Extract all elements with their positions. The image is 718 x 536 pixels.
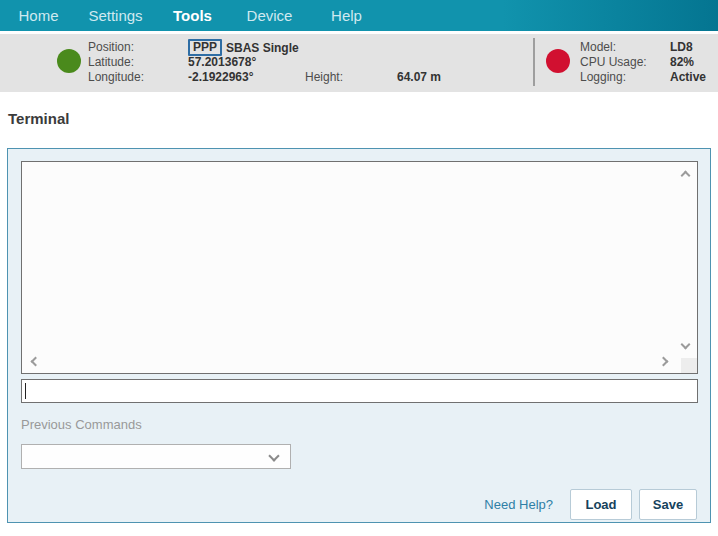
cpu-usage-label: CPU Usage: — [580, 55, 647, 70]
scrollbar-corner — [681, 358, 697, 373]
latitude-value: 57.2013678° — [188, 55, 299, 70]
previous-commands-select[interactable] — [21, 444, 291, 469]
scroll-up-icon[interactable] — [681, 171, 691, 181]
logging-value: Active — [670, 70, 706, 85]
previous-commands-label: Previous Commands — [21, 417, 142, 432]
height-label: Height: — [305, 70, 343, 84]
position-label: Position: — [88, 40, 144, 55]
scroll-down-icon[interactable] — [681, 340, 691, 350]
nav-item-help[interactable]: Help — [308, 0, 385, 31]
text-cursor — [25, 383, 26, 399]
main-nav: Home Settings Tools Device Help — [0, 0, 718, 31]
longitude-label: Longitude: — [88, 70, 144, 85]
terminal-page: Home Settings Tools Device Help Position… — [0, 0, 718, 536]
position-value: PPPSBAS Single — [188, 40, 299, 55]
gps-status-values: PPPSBAS Single 57.2013678° -2.1922963° — [188, 40, 299, 85]
chevron-down-icon — [268, 450, 279, 461]
need-help-link[interactable]: Need Help? — [484, 497, 553, 512]
gps-status-indicator-icon — [57, 49, 81, 73]
cpu-usage-value: 82% — [670, 55, 706, 70]
terminal-output[interactable] — [21, 161, 698, 374]
logging-label: Logging: — [580, 70, 647, 85]
device-status-values: LD8 82% Active — [670, 40, 706, 85]
gps-status-labels: Position: Latitude: Longitude: — [88, 40, 144, 85]
height-value: 64.07 m — [397, 70, 441, 84]
longitude-value: -2.1922963° — [188, 70, 299, 85]
device-status-labels: Model: CPU Usage: Logging: — [580, 40, 647, 85]
model-value: LD8 — [670, 40, 706, 55]
action-row: Need Help? Load Save — [484, 489, 697, 520]
device-status-indicator-icon — [546, 49, 570, 73]
page-title: Terminal — [8, 110, 69, 127]
nav-item-tools[interactable]: Tools — [154, 0, 231, 31]
save-button[interactable]: Save — [639, 489, 697, 520]
command-input[interactable] — [21, 379, 698, 403]
latitude-label: Latitude: — [88, 55, 144, 70]
model-label: Model: — [580, 40, 647, 55]
load-button[interactable]: Load — [570, 489, 632, 520]
terminal-panel: Previous Commands Need Help? Load Save — [7, 148, 711, 523]
scroll-right-icon[interactable] — [659, 357, 669, 367]
status-bar: Position: Latitude: Longitude: PPPSBAS S… — [0, 34, 718, 92]
position-mode: SBAS Single — [226, 41, 299, 55]
ppp-badge: PPP — [188, 39, 222, 56]
nav-item-settings[interactable]: Settings — [77, 0, 154, 31]
nav-item-device[interactable]: Device — [231, 0, 308, 31]
status-divider — [533, 38, 535, 86]
nav-item-home[interactable]: Home — [0, 0, 77, 31]
scroll-left-icon[interactable] — [31, 357, 41, 367]
